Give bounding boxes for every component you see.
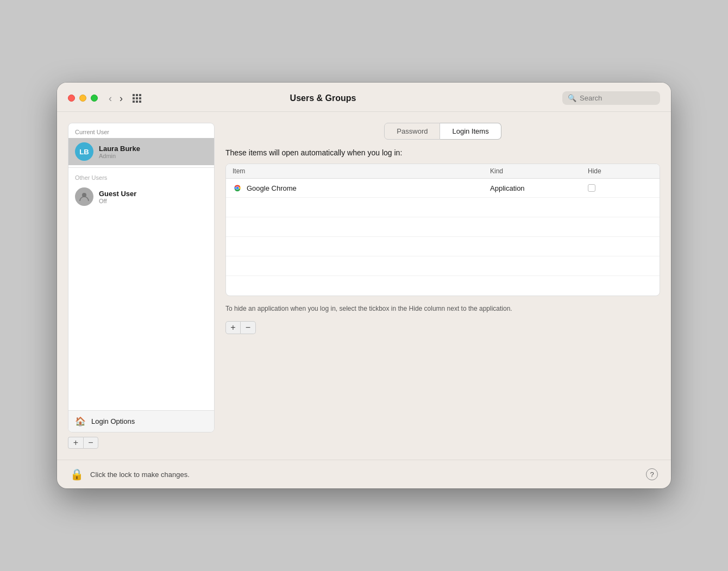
- sidebar: Current User LB Laura Burke Admin Other …: [68, 123, 215, 449]
- tabs-row: Password Login Items: [225, 123, 660, 140]
- table-row: Google Chrome Application: [226, 179, 660, 198]
- th-col4: [631, 167, 642, 175]
- table-row-empty-2: [226, 217, 660, 237]
- login-options-row[interactable]: 🏠 Login Options: [68, 410, 214, 432]
- table-row-empty-5: [226, 276, 660, 296]
- guest-user-info: Guest User Off: [99, 190, 136, 204]
- tab-password[interactable]: Password: [384, 123, 440, 140]
- chrome-icon: [233, 183, 242, 193]
- th-col5: [642, 167, 653, 175]
- guest-user-name: Guest User: [99, 190, 136, 198]
- current-user-item[interactable]: LB Laura Burke Admin: [68, 138, 214, 165]
- th-kind: Kind: [490, 167, 588, 175]
- sidebar-divider: [68, 167, 214, 168]
- current-user-name: Laura Burke: [99, 145, 140, 153]
- sidebar-actions: + −: [68, 437, 215, 449]
- login-items-description: These items will open automatically when…: [225, 148, 660, 157]
- search-bar[interactable]: 🔍: [562, 91, 660, 105]
- guest-user-item[interactable]: Guest User Off: [68, 183, 214, 210]
- lock-text: Click the lock to make changes.: [90, 470, 639, 479]
- guest-user-status: Off: [99, 198, 136, 204]
- close-button[interactable]: [68, 95, 75, 102]
- current-user-label: Current User: [68, 123, 214, 138]
- item-kind: Application: [490, 184, 588, 192]
- item-cell: Google Chrome: [233, 183, 490, 193]
- search-icon: 🔍: [568, 94, 576, 102]
- table-row-empty-3: [226, 237, 660, 256]
- help-button[interactable]: ?: [646, 468, 658, 480]
- guest-avatar: [75, 187, 93, 206]
- item-name: Google Chrome: [247, 184, 297, 192]
- current-user-role: Admin: [99, 153, 140, 159]
- remove-user-button[interactable]: −: [83, 437, 98, 449]
- svg-point-3: [236, 187, 239, 190]
- tab-login-items[interactable]: Login Items: [440, 123, 501, 140]
- bottom-bar: 🔒 Click the lock to make changes. ?: [57, 460, 671, 488]
- search-input[interactable]: [580, 94, 655, 102]
- other-users-label: Other Users: [68, 170, 214, 183]
- login-options-label: Login Options: [91, 417, 135, 425]
- th-item: Item: [233, 167, 490, 175]
- hint-text: To hide an application when you log in, …: [225, 304, 660, 313]
- house-icon: 🏠: [75, 416, 86, 426]
- current-user-info: Laura Burke Admin: [99, 145, 140, 159]
- th-hide: Hide: [588, 167, 631, 175]
- main-window: ‹ › Users & Groups 🔍 Current User LB Lau…: [57, 83, 671, 488]
- add-remove-buttons: + −: [225, 321, 660, 334]
- table-header: Item Kind Hide: [226, 164, 660, 179]
- items-table: Item Kind Hide: [225, 164, 660, 296]
- table-row-empty-1: [226, 198, 660, 217]
- table-row-empty-4: [226, 256, 660, 276]
- right-panel: Password Login Items These items will op…: [225, 123, 660, 449]
- titlebar: ‹ › Users & Groups 🔍: [57, 83, 671, 112]
- add-user-button[interactable]: +: [68, 437, 83, 449]
- lock-icon[interactable]: 🔒: [70, 468, 84, 481]
- main-content: Current User LB Laura Burke Admin Other …: [57, 112, 671, 460]
- sidebar-list: Current User LB Laura Burke Admin Other …: [68, 123, 215, 432]
- remove-item-button[interactable]: −: [241, 321, 256, 334]
- add-item-button[interactable]: +: [225, 321, 241, 334]
- window-title: Users & Groups: [84, 93, 562, 103]
- hide-checkbox[interactable]: [588, 184, 595, 192]
- avatar: LB: [75, 142, 93, 161]
